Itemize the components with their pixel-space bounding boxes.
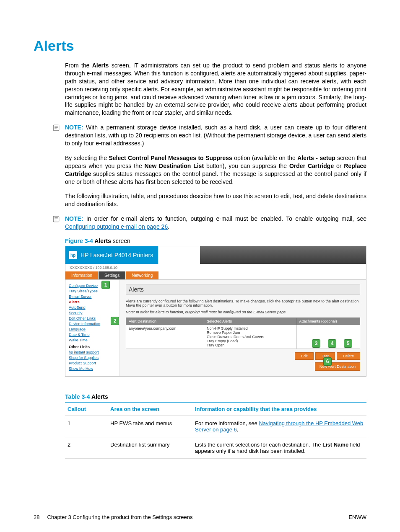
sidebar-item[interactable]: Product Support bbox=[69, 361, 116, 365]
alert-item: Tray Empty (Load) bbox=[207, 339, 294, 343]
ews-screenshot: hp HP LaserJet P4014 Printers XXXXXXXXX … bbox=[65, 246, 366, 377]
tab-information[interactable]: Information bbox=[65, 271, 98, 279]
text: button), you can suppress the bbox=[204, 163, 289, 169]
text-bold: Alerts - setup bbox=[297, 155, 335, 161]
footer-right: ENWW bbox=[348, 514, 366, 520]
td-callout: 2 bbox=[65, 437, 108, 459]
alert-item: Close Drawers, Doors And Covers bbox=[207, 335, 294, 339]
sidebar-heading-other-links: Other Links bbox=[69, 345, 116, 349]
alert-item: Remove Paper Jam bbox=[207, 331, 294, 335]
sidebar-item[interactable]: Security bbox=[69, 311, 116, 315]
footer-page-number: 28 bbox=[34, 514, 39, 520]
sidebar-item[interactable]: Wake Time bbox=[69, 338, 116, 342]
sidebar-item[interactable]: Tray Sizes/Types bbox=[69, 289, 116, 293]
table-title: Alerts bbox=[90, 393, 108, 400]
td-info: For more information, see Navigating thr… bbox=[192, 416, 366, 437]
text: Lists the current selections for each de… bbox=[195, 442, 322, 448]
ews-tab-bar: Information Settings Networking bbox=[65, 271, 366, 280]
td-info: Lists the current selections for each de… bbox=[192, 437, 366, 459]
svg-rect-1 bbox=[53, 217, 59, 222]
th-selected-alerts: Selected Alerts bbox=[204, 318, 296, 325]
ews-sidebar: 1 2 Configure Device Tray Sizes/Types E-… bbox=[65, 280, 120, 376]
ews-note-text: Note: In order for alerts to function, o… bbox=[126, 310, 360, 314]
sidebar-item[interactable]: Device Information bbox=[69, 322, 116, 326]
sidebar-item[interactable]: hp instant support bbox=[69, 350, 116, 354]
td-callout: 1 bbox=[65, 416, 108, 437]
th-destination: Alert Destination bbox=[126, 318, 204, 325]
th-attachments: Attachments (optional) bbox=[296, 318, 360, 325]
sidebar-item-alerts[interactable]: Alerts bbox=[69, 300, 116, 304]
ews-address: XXXXXXXXX / 192.168.0.10 bbox=[65, 264, 366, 271]
figure-suffix: screen bbox=[111, 238, 130, 244]
sidebar-item[interactable]: Date & Time bbox=[69, 333, 116, 337]
td-area: HP EWS tabs and menus bbox=[108, 416, 192, 437]
hp-logo-icon: hp bbox=[69, 251, 77, 259]
sidebar-item[interactable]: E-mail Server bbox=[69, 294, 116, 299]
ews-intro-text: Alerts are currently configured for the … bbox=[126, 299, 360, 307]
ews-brand-bar: hp HP LaserJet P4014 Printers bbox=[65, 246, 158, 264]
reference-table: Callout Area on the screen Information o… bbox=[65, 402, 366, 459]
th-callout: Callout bbox=[65, 402, 108, 416]
paragraph: By selecting the Select Control Panel Me… bbox=[65, 154, 366, 186]
table-caption: Table 3-4 Alerts bbox=[65, 393, 366, 400]
ews-banner-image bbox=[200, 246, 366, 264]
page-footer: 28 Chapter 3 Configuring the product fro… bbox=[34, 514, 366, 520]
note-label: NOTE: bbox=[65, 124, 83, 131]
callout-4: 4 bbox=[328, 339, 336, 348]
ews-alerts-table: Alert Destination Selected Alerts Attach… bbox=[126, 318, 360, 349]
text: By selecting the bbox=[65, 155, 109, 161]
text-bold: Select Control Panel Messages to Suppres… bbox=[109, 155, 232, 161]
svg-rect-0 bbox=[53, 125, 59, 131]
sidebar-item[interactable]: Edit Other Links bbox=[69, 316, 116, 320]
th-info: Information or capability that the area … bbox=[192, 402, 366, 416]
th-area: Area on the screen bbox=[108, 402, 192, 416]
figure-number: Figure 3-4 bbox=[65, 238, 93, 244]
sidebar-item[interactable]: AutoSend bbox=[69, 305, 116, 310]
text: . bbox=[237, 426, 239, 433]
new-alert-destination-button[interactable]: New Alert Destination bbox=[315, 362, 360, 371]
text: For more information, see bbox=[195, 420, 259, 426]
note-icon bbox=[52, 215, 60, 223]
alert-item: Tray Open bbox=[207, 343, 294, 347]
td-selected-alerts: Non-HP Supply Installed Remove Paper Jam… bbox=[204, 325, 296, 349]
note-text: With a permanent storage device installe… bbox=[65, 124, 366, 147]
alert-item: Non-HP Supply Installed bbox=[207, 326, 294, 331]
delete-button[interactable]: Delete bbox=[337, 352, 360, 360]
text-bold: Order Cartridge bbox=[289, 163, 334, 169]
footer-chapter-text: Chapter 3 Configuring the product from t… bbox=[47, 514, 193, 520]
figure-title: Alerts bbox=[93, 238, 111, 244]
ews-main-panel: Alerts Alerts are currently configured f… bbox=[120, 280, 366, 376]
text: From the bbox=[65, 62, 92, 69]
page-title: Alerts bbox=[34, 38, 366, 54]
text: supplies status messages on the control … bbox=[65, 170, 366, 185]
link-config-email[interactable]: Configuring outgoing e-mail on page 26 bbox=[65, 223, 168, 230]
callout-2: 2 bbox=[111, 317, 119, 325]
text: . bbox=[168, 223, 169, 230]
note-text: In order for e-mail alerts to function, … bbox=[83, 215, 366, 222]
figure-caption: Figure 3-4 Alerts screen bbox=[65, 238, 366, 244]
sidebar-item[interactable]: Show Me How bbox=[69, 367, 116, 371]
sidebar-item[interactable]: Language bbox=[69, 327, 116, 331]
note-block: NOTE: With a permanent storage device in… bbox=[65, 124, 366, 147]
note-label: NOTE: bbox=[65, 215, 83, 222]
callout-3: 3 bbox=[312, 339, 320, 348]
sidebar-item[interactable]: Shop for Supplies bbox=[69, 356, 116, 360]
ews-main-title: Alerts bbox=[126, 284, 360, 295]
table-number: Table 3-4 bbox=[65, 393, 90, 400]
table-row: 2 Destination list summary Lists the cur… bbox=[65, 437, 366, 459]
table-row: 1 HP EWS tabs and menus For more informa… bbox=[65, 416, 366, 437]
edit-button[interactable]: Edit bbox=[295, 352, 314, 360]
tab-networking[interactable]: Networking bbox=[126, 271, 158, 279]
note-block: NOTE: In order for e-mail alerts to func… bbox=[65, 215, 366, 231]
note-icon bbox=[52, 124, 60, 132]
text: or bbox=[334, 163, 344, 169]
td-attachments: 3 4 5 bbox=[296, 325, 360, 349]
callout-1: 1 bbox=[101, 281, 110, 289]
callout-6: 6 bbox=[323, 357, 332, 366]
text-bold: Alerts bbox=[92, 62, 109, 69]
text-bold: New Destination List bbox=[145, 163, 204, 169]
callout-5: 5 bbox=[344, 339, 352, 348]
td-destination: anyone@your.company.com bbox=[126, 325, 204, 349]
text-bold: List Name bbox=[322, 442, 348, 448]
tab-settings[interactable]: Settings bbox=[99, 271, 125, 279]
